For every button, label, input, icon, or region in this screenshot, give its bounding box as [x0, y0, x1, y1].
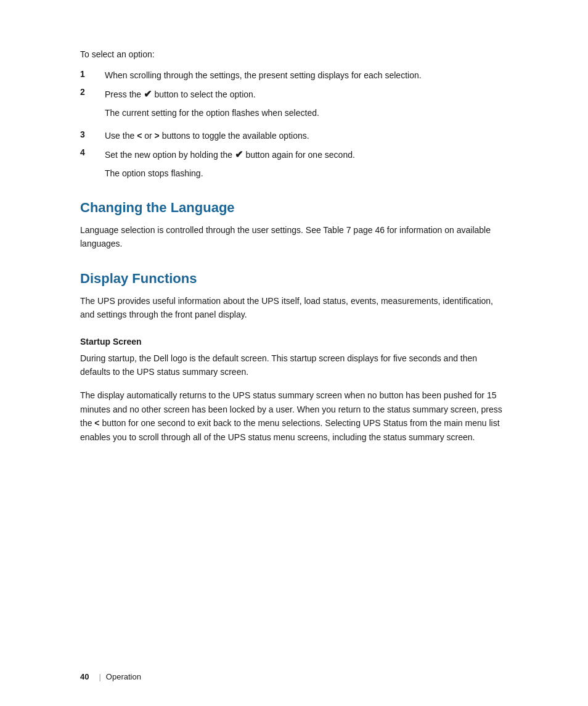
step-4-content: Set the new option by holding the ✔ butt… — [105, 147, 355, 162]
left-arrow-icon-2: < — [94, 418, 102, 428]
checkmark-icon-2: ✔ — [235, 149, 245, 160]
step-2-content: Press the ✔ button to select the option. — [105, 87, 256, 102]
footer-page-number: 40 — [80, 672, 89, 681]
step-number-1: 1 — [80, 69, 99, 79]
section1-heading: Changing the Language — [80, 200, 508, 216]
right-arrow-icon: > — [155, 131, 162, 141]
step-3-content: Use the < or > buttons to toggle the ava… — [105, 129, 309, 142]
left-arrow-icon: < — [137, 131, 144, 141]
footer-section-label: Operation — [106, 672, 141, 681]
step-3-suffix: buttons to toggle the available options. — [162, 131, 309, 141]
step-4-prefix: Set the new option by holding the — [105, 150, 232, 160]
steps-list-continued: 3 Use the < or > buttons to toggle the a… — [80, 129, 508, 162]
step-4-suffix: button again for one second. — [245, 150, 354, 160]
step-number-4: 4 — [80, 147, 99, 157]
page-footer: 40 | Operation — [0, 672, 588, 681]
list-item: 2 Press the ✔ button to select the optio… — [80, 87, 508, 102]
step-2-suffix: button to select the option. — [154, 89, 255, 99]
step-number-2: 2 — [80, 87, 99, 97]
list-item: 4 Set the new option by holding the ✔ bu… — [80, 147, 508, 162]
step-3-prefix: Use the — [105, 131, 134, 141]
step-4-subtext: The option stops flashing. — [80, 167, 508, 180]
step-number-3: 3 — [80, 129, 99, 139]
section2-heading: Display Functions — [80, 271, 508, 287]
subsection-heading: Startup Screen — [80, 337, 508, 347]
intro-text: To select an option: — [80, 49, 508, 59]
page-content: To select an option: 1 When scrolling th… — [0, 0, 588, 706]
section2-intro: The UPS provides useful information abou… — [80, 294, 508, 322]
step-1-content: When scrolling through the settings, the… — [105, 69, 422, 82]
step-3-middle: or — [144, 131, 152, 141]
checkmark-icon: ✔ — [144, 89, 154, 99]
startup-paragraph2: The display automatically returns to the… — [80, 388, 508, 444]
section1-text: Language selection is controlled through… — [80, 223, 508, 251]
startup-paragraph1: During startup, the Dell logo is the def… — [80, 351, 508, 379]
paragraph2-suffix: button for one second to exit back to th… — [80, 418, 500, 441]
step-2-subtext: The current setting for the option flash… — [80, 107, 508, 120]
list-item: 3 Use the < or > buttons to toggle the a… — [80, 129, 508, 142]
step-2-prefix: Press the — [105, 89, 141, 99]
steps-list: 1 When scrolling through the settings, t… — [80, 69, 508, 102]
footer-divider: | — [99, 672, 100, 681]
list-item: 1 When scrolling through the settings, t… — [80, 69, 508, 82]
